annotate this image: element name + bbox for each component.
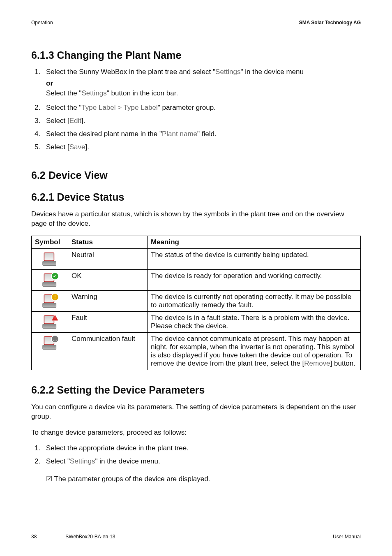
steps-6-1-3: Select the Sunny WebBox in the plant tre… (31, 65, 361, 154)
step-1-text-b: " in the device menu (241, 68, 304, 76)
header-right: SMA Solar Technology AG (299, 20, 361, 25)
ui-edit: Edit (69, 117, 81, 125)
table-row: Neutral The status of the device is curr… (32, 249, 361, 270)
heading-6-2-2: 6.2.2 Setting the Device Parameters (31, 384, 361, 396)
step-2-text-b: " parameter group. (158, 104, 216, 111)
meaning-warning: The device is currently not operating co… (148, 291, 361, 312)
step-5-text-b: ]. (85, 143, 89, 151)
heading-6-2: 6.2 Device View (31, 169, 361, 181)
or-label: or (46, 79, 361, 88)
step-2-622-b: " in the device menu. (95, 457, 160, 465)
th-status: Status (68, 236, 148, 249)
footer-docid: SWebBox20-BA-en-13 (37, 534, 333, 540)
device-warning-icon: ! (42, 294, 57, 308)
ui-type-label: Type Label > Type Label (81, 104, 157, 111)
table-row: ! Warning The device is currently not op… (32, 291, 361, 312)
step-3: Select [Edit]. (31, 114, 361, 127)
ui-plant-name: Plant name (162, 130, 197, 138)
th-symbol: Symbol (32, 236, 68, 249)
step-1: Select the Sunny WebBox in the plant tre… (31, 65, 361, 101)
step-5: Select [Save]. (31, 141, 361, 154)
status-comm-fault: Communication fault (68, 333, 148, 370)
meaning-comm-fault-b: ] button. (330, 359, 355, 367)
meaning-neutral: The status of the device is currently be… (148, 249, 361, 270)
step-4-text-b: " field. (197, 130, 217, 138)
meaning-ok: The device is ready for operation and wo… (148, 270, 361, 291)
meaning-fault: The device is in a fault state. There is… (148, 312, 361, 333)
header-left: Operation (31, 20, 53, 25)
step-2: Select the "Type Label > Type Label" par… (31, 101, 361, 114)
result-line: ☑ The parameter groups of the device are… (31, 475, 361, 483)
step-4: Select the desired plant name in the "Pl… (31, 127, 361, 141)
step-5-text-a: Select [ (46, 143, 69, 151)
ui-settings-1: Settings (215, 68, 240, 76)
status-neutral: Neutral (68, 249, 148, 270)
step-1-alt-a: Select the " (46, 89, 81, 97)
steps-6-2-2: Select the appropriate device in the pla… (31, 442, 361, 468)
step-3-text-b: ]. (81, 117, 85, 125)
footer-page: 38 (31, 534, 37, 540)
device-ok-icon: ✓ (42, 273, 57, 287)
ui-remove: Remove (304, 359, 330, 367)
status-warning: Warning (68, 291, 148, 312)
ui-settings-2: Settings (81, 89, 106, 97)
step-2-622: Select "Settings" in the device menu. (31, 455, 361, 468)
table-row: … Communication fault The device cannot … (32, 333, 361, 370)
step-1-alt-b: " button in the icon bar. (107, 89, 178, 97)
th-meaning: Meaning (148, 236, 361, 249)
step-1-text-a: Select the Sunny WebBox in the plant tre… (46, 68, 215, 76)
step-4-text-a: Select the desired plant name in the " (46, 130, 162, 138)
table-row: ✓ OK The device is ready for operation a… (32, 270, 361, 291)
table-row: ! Fault The device is in a fault state. … (32, 312, 361, 333)
device-status-table: Symbol Status Meaning Neutral The status… (31, 236, 361, 370)
intro2-6-2-2: To change device parameters, proceed as … (31, 428, 361, 438)
status-fault: Fault (68, 312, 148, 333)
result-text: The parameter groups of the device are d… (54, 475, 210, 483)
step-1-alt: Select the "Settings" button in the icon… (46, 88, 361, 98)
heading-6-1-3: 6.1.3 Changing the Plant Name (31, 49, 361, 61)
step-2-622-a: Select " (46, 457, 70, 465)
device-comm-fault-icon: … (42, 336, 57, 350)
intro1-6-2-2: You can configure a device via its param… (31, 403, 361, 422)
heading-6-2-1: 6.2.1 Device Status (31, 191, 361, 203)
ui-save: Save (69, 143, 85, 151)
page-header: Operation SMA Solar Technology AG (31, 20, 361, 25)
status-ok: OK (68, 270, 148, 291)
footer-kind: User Manual (333, 534, 361, 540)
page-footer: 38 SWebBox20-BA-en-13 User Manual (31, 524, 361, 540)
step-3-text-a: Select [ (46, 117, 69, 125)
check-icon: ☑ (46, 475, 54, 483)
intro-6-2-1: Devices have a particular status, which … (31, 210, 361, 229)
meaning-comm-fault: The device cannot communicate at present… (148, 333, 361, 370)
ui-settings-3: Settings (70, 457, 95, 465)
step-2-text-a: Select the " (46, 104, 81, 111)
step-1-622: Select the appropriate device in the pla… (31, 442, 361, 455)
device-fault-icon: ! (42, 315, 57, 329)
device-neutral-icon (42, 253, 57, 266)
